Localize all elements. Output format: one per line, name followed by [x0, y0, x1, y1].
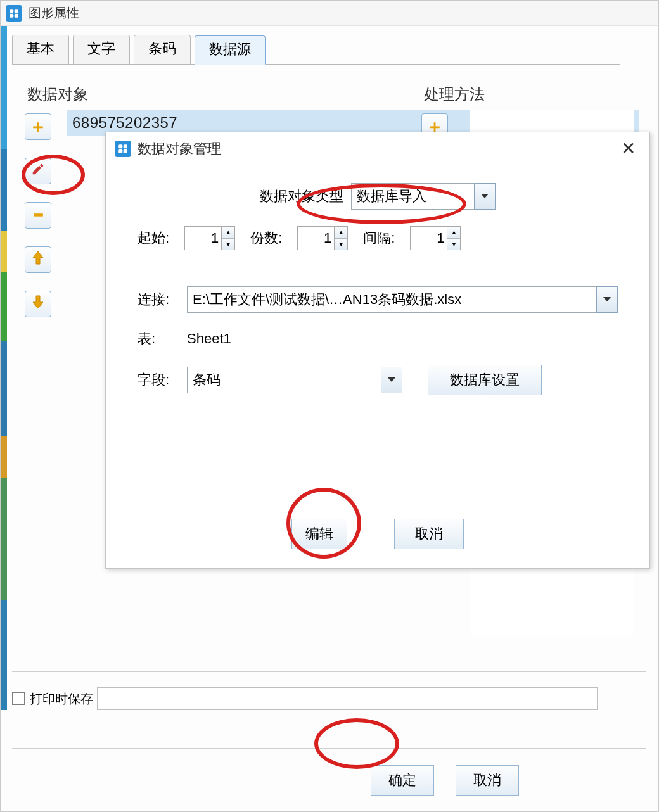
app-icon [115, 141, 131, 157]
modal-titlebar: 数据对象管理 ✕ [106, 132, 649, 165]
edit-icon [31, 162, 45, 180]
close-button[interactable]: ✕ [615, 136, 641, 162]
start-label: 起始: [138, 229, 169, 248]
connection-label: 连接: [138, 290, 182, 309]
print-save-label: 打印时保存 [30, 690, 93, 707]
data-object-manage-dialog: 数据对象管理 ✕ 数据对象类型 数据库导入 起始: ▲▼ 份数: ▲▼ [105, 132, 650, 569]
db-settings-button[interactable]: 数据库设置 [428, 365, 542, 395]
spin-up-icon[interactable]: ▲ [222, 227, 234, 239]
left-color-stripe [1, 26, 7, 710]
spin-down-icon[interactable]: ▼ [222, 239, 234, 250]
data-object-toolbar: ＋ ━ [25, 113, 67, 635]
remove-icon: ━ [34, 207, 42, 224]
chevron-down-icon [603, 296, 611, 303]
tab-datasource[interactable]: 数据源 [195, 35, 266, 65]
spin-up-icon[interactable]: ▲ [335, 227, 347, 239]
add-button[interactable]: ＋ [25, 113, 51, 140]
type-value: 数据库导入 [351, 183, 474, 210]
spin-up-icon[interactable]: ▲ [447, 227, 460, 239]
start-input[interactable] [184, 226, 221, 250]
move-down-button[interactable] [25, 291, 51, 317]
svg-rect-3 [15, 13, 18, 17]
edit-button[interactable] [25, 158, 51, 184]
copies-label: 份数: [250, 229, 282, 248]
field-value: 条码 [187, 367, 381, 393]
field-label: 字段: [138, 371, 182, 390]
modal-body: 数据对象类型 数据库导入 起始: ▲▼ 份数: ▲▼ 间隔: ▲ [106, 165, 649, 395]
table-value: Sheet1 [187, 331, 231, 347]
add-icon: ＋ [29, 115, 47, 139]
field-combo[interactable]: 条码 [187, 367, 402, 393]
parent-button-bar: 确定 取消 [12, 748, 646, 811]
print-save-input[interactable] [97, 687, 598, 710]
tab-barcode[interactable]: 条码 [134, 35, 191, 64]
up-arrow-icon [32, 251, 44, 269]
chevron-down-icon [480, 193, 489, 200]
table-label: 表: [138, 329, 182, 348]
modal-cancel-button[interactable]: 取消 [394, 519, 464, 549]
svg-rect-6 [118, 149, 122, 153]
remove-button[interactable]: ━ [25, 202, 51, 229]
processing-method-label: 处理方法 [424, 84, 632, 105]
type-dropdown-button[interactable] [474, 183, 496, 210]
connection-dropdown-button[interactable] [596, 286, 618, 313]
modal-title: 数据对象管理 [138, 139, 615, 158]
window-title: 图形属性 [29, 4, 79, 22]
copies-spinner[interactable]: ▲▼ [297, 226, 348, 250]
print-save-row: 打印时保存 [12, 671, 646, 710]
tab-bar: 基本 文字 条码 数据源 [12, 35, 620, 65]
chevron-down-icon [387, 377, 396, 383]
copies-input[interactable] [297, 226, 334, 250]
connection-value: E:\工作文件\测试数据\…AN13条码数据.xlsx [187, 286, 596, 313]
down-arrow-icon [32, 295, 44, 313]
gap-spinner[interactable]: ▲▼ [410, 226, 461, 250]
gap-label: 间隔: [363, 229, 395, 248]
connection-combo[interactable]: E:\工作文件\测试数据\…AN13条码数据.xlsx [187, 286, 618, 313]
tab-text[interactable]: 文字 [73, 35, 130, 64]
svg-rect-4 [118, 144, 122, 148]
type-label: 数据对象类型 [260, 187, 343, 206]
field-dropdown-button[interactable] [381, 367, 402, 393]
type-combo[interactable]: 数据库导入 [351, 183, 496, 210]
ok-button[interactable]: 确定 [371, 765, 434, 796]
start-spinner[interactable]: ▲▼ [184, 226, 235, 250]
svg-rect-1 [15, 9, 18, 13]
move-up-button[interactable] [25, 246, 51, 273]
svg-rect-5 [124, 144, 127, 148]
svg-rect-0 [10, 9, 13, 13]
edit-confirm-button[interactable]: 编辑 [291, 519, 347, 549]
spin-down-icon[interactable]: ▼ [447, 239, 460, 250]
svg-rect-2 [10, 13, 13, 17]
print-save-checkbox[interactable] [12, 692, 25, 705]
spin-down-icon[interactable]: ▼ [335, 239, 347, 250]
cancel-button[interactable]: 取消 [456, 765, 519, 796]
tab-basic[interactable]: 基本 [12, 35, 69, 64]
divider [106, 267, 649, 267]
close-icon: ✕ [621, 138, 636, 159]
modal-button-bar: 编辑 取消 [106, 519, 649, 549]
svg-rect-7 [124, 149, 127, 153]
parent-titlebar: 图形属性 [1, 1, 658, 26]
gap-input[interactable] [410, 226, 447, 250]
app-icon [6, 5, 22, 22]
